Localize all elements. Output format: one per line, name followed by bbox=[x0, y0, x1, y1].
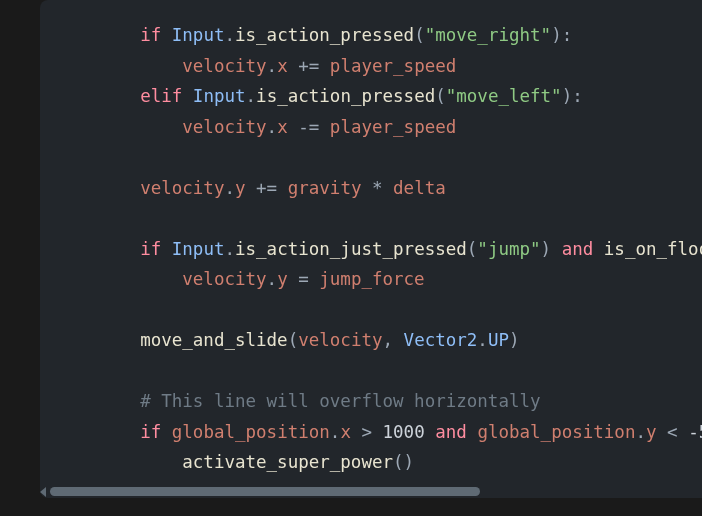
code-line[interactable] bbox=[98, 142, 702, 173]
code-line[interactable]: activate_super_power() bbox=[98, 447, 702, 478]
code-line[interactable]: if Input.is_action_just_pressed("jump") … bbox=[98, 234, 702, 265]
code-line[interactable]: if Input.is_action_pressed("move_right")… bbox=[98, 20, 702, 51]
code-line[interactable] bbox=[98, 203, 702, 234]
code-line[interactable]: if global_position.x > 1000 and global_p… bbox=[98, 417, 702, 448]
code-editor-viewport: if Input.is_action_pressed("move_right")… bbox=[40, 0, 702, 498]
horizontal-scrollbar[interactable] bbox=[40, 486, 698, 497]
code-line[interactable]: velocity.x += player_speed bbox=[98, 51, 702, 82]
code-line[interactable]: velocity.x -= player_speed bbox=[98, 112, 702, 143]
code-line[interactable]: elif Input.is_action_pressed("move_left"… bbox=[98, 81, 702, 112]
scroll-left-icon[interactable] bbox=[40, 487, 46, 497]
code-line[interactable]: velocity.y = jump_force bbox=[98, 264, 702, 295]
code-line[interactable]: move_and_slide(velocity, Vector2.UP) bbox=[98, 325, 702, 356]
code-line[interactable] bbox=[98, 295, 702, 326]
code-scroll-container[interactable]: if Input.is_action_pressed("move_right")… bbox=[40, 0, 702, 498]
code-line[interactable]: velocity.y += gravity * delta bbox=[98, 173, 702, 204]
scrollbar-thumb[interactable] bbox=[50, 487, 480, 496]
code-line[interactable]: # This line will overflow horizontally bbox=[98, 386, 702, 417]
code-content[interactable]: if Input.is_action_pressed("move_right")… bbox=[40, 0, 702, 498]
code-line[interactable] bbox=[98, 356, 702, 387]
